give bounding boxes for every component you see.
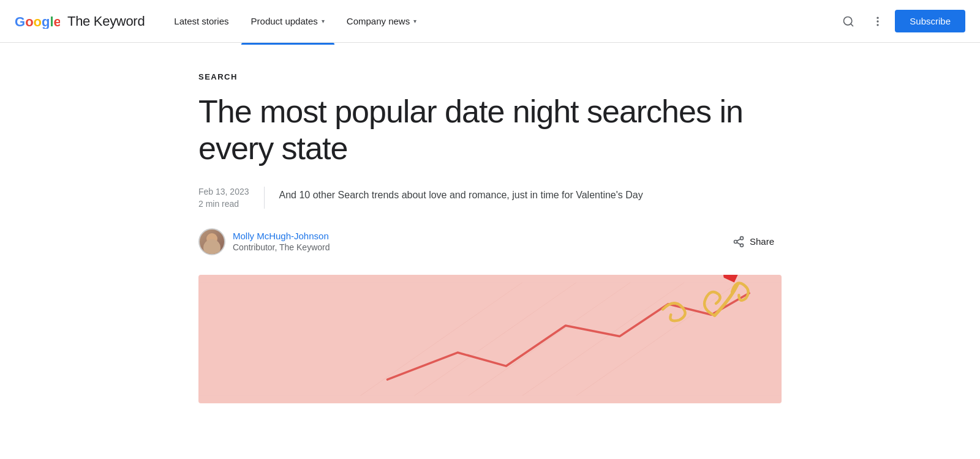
svg-line-2 <box>851 23 853 26</box>
site-title: The Keyword <box>67 13 145 29</box>
main-content: SEARCH The most popular date night searc… <box>159 43 821 403</box>
svg-line-9 <box>737 242 741 244</box>
share-icon <box>733 236 745 248</box>
more-options-button[interactable] <box>865 9 890 34</box>
author-role: Contributor, The Keyword <box>233 242 330 252</box>
share-button[interactable]: Share <box>725 231 782 253</box>
google-logo-icon: Google <box>15 14 60 29</box>
svg-point-4 <box>877 20 879 22</box>
main-nav: Latest stories Product updates ▾ Company… <box>164 11 836 31</box>
article-title: The most popular date night searches in … <box>198 94 750 167</box>
search-button[interactable] <box>836 9 861 34</box>
nav-product-updates[interactable]: Product updates ▾ <box>241 11 334 31</box>
meta-date-read: Feb 13, 2023 2 min read <box>198 187 265 209</box>
svg-point-3 <box>877 17 879 18</box>
header-actions: Subscribe <box>836 9 965 34</box>
article-description: And 10 other Search trends about love an… <box>279 187 782 203</box>
svg-rect-11 <box>198 282 782 395</box>
hero-illustration <box>198 275 782 403</box>
subscribe-button[interactable]: Subscribe <box>895 10 965 32</box>
author-name[interactable]: Molly McHugh-Johnson <box>233 231 330 241</box>
product-updates-chevron-icon: ▾ <box>322 18 325 24</box>
svg-point-5 <box>877 24 879 26</box>
author-info: Molly McHugh-Johnson Contributor, The Ke… <box>198 228 330 255</box>
article-date: Feb 13, 2023 <box>198 187 249 196</box>
site-header: Google The Keyword Latest stories Produc… <box>0 0 980 43</box>
hero-image <box>198 275 782 403</box>
svg-text:Google: Google <box>15 14 60 29</box>
author-row: Molly McHugh-Johnson Contributor, The Ke… <box>198 228 782 255</box>
article-meta: Feb 13, 2023 2 min read And 10 other Sea… <box>198 187 782 209</box>
svg-line-10 <box>737 239 741 241</box>
share-label: Share <box>750 236 774 247</box>
article-read-time: 2 min read <box>198 199 249 209</box>
article-category: SEARCH <box>198 72 782 81</box>
company-news-chevron-icon: ▾ <box>413 18 417 24</box>
nav-company-news[interactable]: Company news ▾ <box>337 11 426 31</box>
author-avatar <box>198 228 225 255</box>
author-details: Molly McHugh-Johnson Contributor, The Ke… <box>233 231 330 252</box>
nav-latest-stories[interactable]: Latest stories <box>164 11 238 31</box>
logo-link[interactable]: Google The Keyword <box>15 13 145 29</box>
